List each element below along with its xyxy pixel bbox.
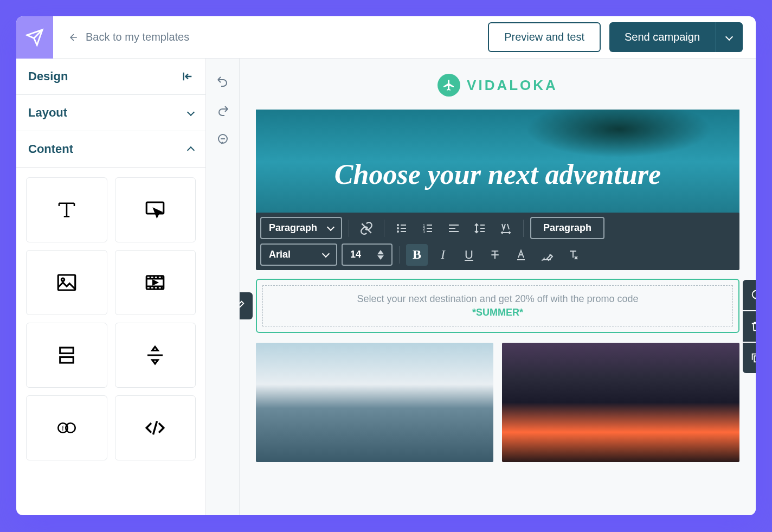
underline-button[interactable]: U	[458, 244, 480, 266]
copy-icon	[750, 352, 756, 364]
strikethrough-button[interactable]: T	[484, 244, 506, 266]
send-campaign-button[interactable]: Send campaign	[609, 22, 715, 52]
svg-text:3: 3	[423, 230, 425, 234]
block-comment-button[interactable]	[743, 280, 756, 310]
selected-text-block[interactable]: Select your next destination and get 20%…	[256, 279, 739, 333]
promo-code: *SUMMER*	[271, 307, 725, 318]
panel-design[interactable]: Design	[16, 59, 205, 95]
edit-block-button[interactable]	[240, 292, 253, 319]
text-icon	[55, 198, 78, 221]
svg-rect-19	[427, 225, 432, 226]
font-size-value: 14	[350, 249, 361, 260]
highlight-icon	[541, 248, 554, 261]
comment-icon	[750, 289, 756, 301]
block-social[interactable]: f	[26, 395, 107, 460]
block-spacer[interactable]	[26, 323, 107, 388]
collapse-left-icon	[182, 70, 194, 82]
italic-button[interactable]: I	[432, 244, 454, 266]
panel-content[interactable]: Content	[16, 131, 205, 168]
italic-icon: I	[441, 247, 445, 262]
content-blocks-grid: f	[16, 168, 205, 470]
svg-point-22	[752, 291, 756, 299]
svg-rect-14	[401, 228, 406, 229]
underline-icon: U	[465, 248, 473, 262]
unlink-button[interactable]	[356, 217, 377, 239]
align-button[interactable]	[443, 217, 465, 239]
bullet-list-icon	[395, 222, 408, 235]
back-link[interactable]: Back to my templates	[53, 31, 488, 43]
highlight-button[interactable]	[536, 244, 558, 266]
line-height-icon	[473, 222, 486, 235]
chevron-up-icon	[187, 146, 195, 153]
preview-button[interactable]: Preview and test	[488, 22, 601, 52]
cursor-click-icon	[144, 198, 166, 221]
brand-row: VIDALOKA	[256, 68, 739, 110]
arrow-left-icon	[68, 32, 79, 43]
block-side-tools	[743, 280, 756, 373]
chevron-down-icon	[725, 33, 733, 41]
block-divider[interactable]	[115, 323, 196, 388]
app-logo[interactable]	[16, 16, 53, 59]
svg-rect-5	[60, 357, 74, 363]
chevron-down-icon	[322, 250, 330, 258]
style-select-value: Paragraph	[269, 222, 317, 234]
panel-layout[interactable]: Layout	[16, 95, 205, 131]
brand-logo	[438, 74, 460, 97]
redo-icon	[216, 104, 229, 117]
font-size-input[interactable]: 14	[342, 243, 393, 266]
svg-text:f: f	[62, 425, 64, 432]
number-list-icon: 123	[421, 222, 434, 235]
font-select[interactable]: Arial	[260, 243, 337, 266]
trash-icon	[750, 321, 756, 332]
clear-format-button[interactable]	[562, 244, 584, 266]
text-content[interactable]: Select your next destination and get 20%…	[262, 285, 733, 326]
image-glacier[interactable]	[256, 343, 493, 462]
body: Design Layout Content f	[16, 59, 756, 515]
svg-rect-20	[427, 228, 432, 229]
letter-spacing-button[interactable]	[495, 217, 517, 239]
pencil-icon	[240, 300, 245, 312]
number-list-button[interactable]: 123	[417, 217, 439, 239]
comments-button[interactable]	[210, 127, 235, 152]
undo-button[interactable]	[210, 68, 235, 93]
block-button[interactable]	[115, 177, 196, 242]
svg-rect-15	[401, 231, 406, 232]
send-dropdown-button[interactable]	[715, 22, 743, 52]
line-height-button[interactable]	[469, 217, 491, 239]
comment-icon	[216, 133, 229, 146]
image-city[interactable]	[502, 343, 739, 462]
svg-point-11	[397, 227, 399, 229]
header: Back to my templates Preview and test Se…	[16, 16, 756, 59]
bold-button[interactable]: B	[406, 244, 428, 266]
block-html[interactable]	[115, 395, 196, 460]
bullet-list-button[interactable]	[391, 217, 413, 239]
svg-rect-4	[60, 348, 74, 354]
block-duplicate-button[interactable]	[743, 343, 756, 373]
back-link-label: Back to my templates	[86, 31, 189, 43]
divider	[384, 220, 384, 237]
divider	[399, 246, 400, 264]
divider	[523, 220, 524, 237]
svg-point-12	[397, 230, 399, 233]
style-select[interactable]: Paragraph	[260, 217, 342, 239]
svg-rect-1	[58, 275, 75, 290]
redo-button[interactable]	[210, 98, 235, 123]
undo-icon	[216, 74, 229, 87]
brand-name: VIDALOKA	[467, 77, 558, 94]
svg-point-2	[61, 278, 64, 281]
clear-format-icon	[567, 248, 580, 261]
block-delete-button[interactable]	[743, 311, 756, 342]
block-image[interactable]	[26, 250, 107, 315]
paragraph-button[interactable]: Paragraph	[530, 217, 604, 239]
spacer-icon	[55, 344, 78, 367]
text-color-button[interactable]	[510, 244, 532, 266]
divider-icon	[144, 344, 166, 367]
canvas: VIDALOKA Choose your next adventure Para…	[240, 59, 756, 515]
block-text[interactable]	[26, 177, 107, 242]
unlink-icon	[359, 221, 374, 235]
svg-rect-13	[401, 225, 406, 226]
block-video[interactable]	[115, 250, 196, 315]
divider	[349, 220, 349, 237]
panel-layout-label: Layout	[28, 106, 67, 120]
text-editor-toolbar: Paragraph 123 Paragraph Arial 14	[256, 213, 739, 270]
